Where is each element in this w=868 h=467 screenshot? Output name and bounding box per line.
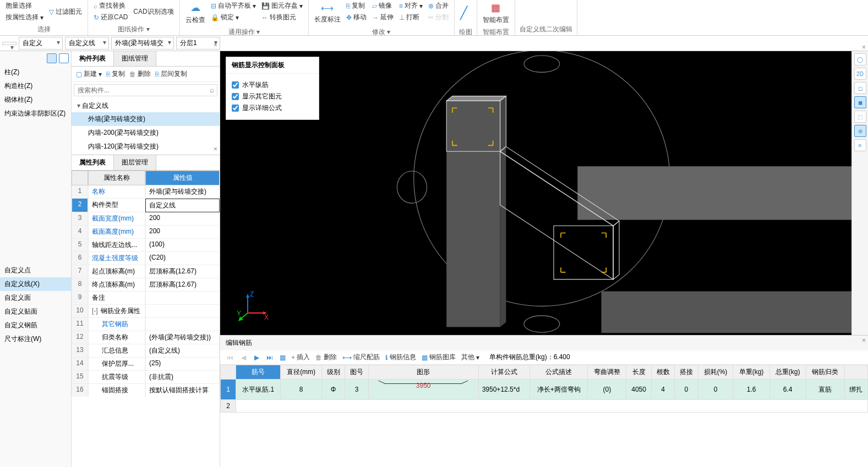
copy-btn[interactable]: ⎘复制 [344, 0, 369, 12]
prop-row-16[interactable]: 16锚固搭接按默认锚固搭接计算 [72, 384, 220, 397]
rebar-editor-close-icon[interactable]: × [862, 337, 866, 344]
tool-orbit[interactable]: ◯ [854, 53, 866, 65]
tool-box-hollow[interactable]: ◻ [854, 82, 866, 94]
find-replace-btn[interactable]: ⌕查找替换 [91, 0, 130, 12]
prop-row-2[interactable]: 2构件类型自定义线 [72, 199, 220, 212]
prop-row-1[interactable]: 1名称外墙(梁与砖墙交接) [72, 185, 220, 199]
copy-component-btn[interactable]: ⎘复制 [106, 69, 125, 79]
check-show-formula[interactable]: 显示详细公式 [232, 103, 313, 113]
nav-custom-line[interactable]: 自定义线(X) [0, 277, 71, 291]
prop-row-15[interactable]: 15抗震等级(非抗震) [72, 371, 220, 384]
prop-row-6[interactable]: 6混凝土强度等级(C20) [72, 252, 220, 265]
view-list-icon[interactable] [47, 53, 57, 63]
batch-select-btn[interactable]: 胞量选择 [3, 0, 46, 12]
prop-row-14[interactable]: 14保护层厚...(25) [72, 358, 220, 371]
tool-box-solid[interactable]: ◼ [854, 96, 866, 108]
tab-properties[interactable]: 属性列表 [72, 155, 114, 170]
prop-row-7[interactable]: 7起点顶标高(m)层顶标高(12.67) [72, 265, 220, 278]
dd-1[interactable] [2, 42, 17, 45]
filter-elements-btn[interactable]: ▽过滤图元 [47, 0, 84, 24]
convert-element-btn[interactable]: ↔转换图元 [259, 12, 305, 23]
draw-line-btn[interactable]: ╱ [458, 0, 470, 26]
prop-row-12[interactable]: 12归类名称(外墙(梁与砖墙交接)) [72, 331, 220, 344]
split-btn[interactable]: ✂分割 [426, 12, 451, 23]
dd-2[interactable]: 自定义 [19, 37, 63, 50]
smart-layout-btn[interactable]: ▦智能布置 [481, 0, 511, 26]
nav-column[interactable]: 柱(Z) [0, 65, 71, 79]
lock-btn[interactable]: 🔒锁定 ▾ [209, 12, 258, 23]
nav-last-icon[interactable]: ⏭ [265, 353, 274, 362]
prop-row-4[interactable]: 4截面高度(mm)200 [72, 226, 220, 239]
restore-cad-btn[interactable]: ↻还原CAD [91, 12, 130, 23]
tool-select-rect[interactable]: ⬚ [854, 111, 866, 123]
rebar-shape-btn[interactable]: ▦ [280, 354, 286, 361]
rebar-info-btn[interactable]: ℹ钢筋信息 [385, 353, 416, 362]
check-show-others[interactable]: 显示其它图元 [232, 92, 313, 101]
prop-row-10[interactable]: 10[-] 钢筋业务属性 [72, 305, 220, 318]
col-count[interactable]: 根数 [651, 365, 674, 380]
prop-row-13[interactable]: 13汇总信息(自定义线) [72, 344, 220, 358]
select-by-attr-btn[interactable]: 按属性选择 ▾ [3, 12, 46, 23]
tab-layer-mgmt[interactable]: 图层管理 [114, 155, 156, 170]
insert-btn[interactable]: +插入 [291, 353, 310, 362]
prop-row-9[interactable]: 9备注 [72, 292, 220, 305]
new-component-btn[interactable]: ▢新建 ▾ [76, 69, 102, 79]
3d-viewport[interactable]: 钢筋显示控制面板 水平纵筋 显示其它图元 显示详细公式 [220, 51, 851, 335]
viewport-close-icon[interactable]: × [862, 43, 866, 51]
nav-custom-face[interactable]: 自定义面 [0, 291, 71, 305]
rebar-library-btn[interactable]: ▦钢筋图库 [422, 353, 456, 362]
tree-item-inner-200[interactable]: 内墙-200(梁与砖墙交接) [72, 126, 220, 140]
col-shape[interactable]: 图形 [368, 365, 478, 380]
tool-list[interactable]: ≡ [854, 139, 866, 151]
tree-item-outer-wall[interactable]: 外墙(梁与砖墙交接) [72, 112, 220, 126]
nav-first-icon[interactable]: ⏮ [226, 353, 234, 362]
other-btn[interactable]: 其他 ▾ [461, 353, 479, 362]
cad-options-btn[interactable]: CAD识别选项 [131, 0, 176, 24]
col-lap[interactable]: 搭接 [675, 365, 698, 380]
move-btn[interactable]: ✥移动 [344, 12, 369, 23]
auto-level-btn[interactable]: ⊟自动平齐板 ▾ [209, 0, 258, 12]
view-grid-icon[interactable] [59, 53, 69, 63]
rebar-row-1[interactable]: 1 水平纵筋.1 8 Φ 3 3950 3950+12.5*d 净长+两倍弯钩 … [221, 380, 868, 400]
break-btn[interactable]: ⊥打断 [397, 12, 425, 23]
col-drawing[interactable]: 图号 [345, 365, 368, 380]
prop-row-11[interactable]: 11其它钢筋 [72, 318, 220, 331]
save-element-btn[interactable]: 💾图元存盘 ▾ [259, 0, 305, 12]
prop-row-5[interactable]: 5轴线距左边线...(100) [72, 239, 220, 252]
dd-4[interactable]: 外墙(梁与砖墙交 [111, 37, 174, 50]
property-close-icon[interactable]: × [214, 145, 217, 153]
tree-root[interactable]: 自定义线 [72, 100, 220, 112]
delete-component-btn[interactable]: 🗑删除 [129, 69, 151, 79]
mirror-btn[interactable]: ▱镜像 [370, 0, 396, 12]
tool-2d[interactable]: 2D [854, 68, 866, 80]
col-rebar-num[interactable]: 筋号 [236, 365, 281, 380]
check-horizontal-rebar[interactable]: 水平纵筋 [232, 80, 313, 90]
rebar-row-2[interactable]: 2 [221, 400, 868, 413]
col-length[interactable]: 长度 [626, 365, 652, 380]
merge-btn[interactable]: ⊕合并 [426, 0, 451, 12]
delete-rebar-btn[interactable]: 🗑删除 [315, 353, 337, 362]
nav-masonry-column[interactable]: 砌体柱(Z) [0, 93, 71, 107]
col-category[interactable]: 钢筋归类 [806, 365, 844, 380]
search-input[interactable] [74, 84, 217, 96]
col-loss[interactable]: 损耗(%) [698, 365, 733, 380]
tab-component-list[interactable]: 构件列表 [72, 51, 114, 66]
nav-dimension[interactable]: 尺寸标注(W) [0, 332, 71, 346]
col-total-weight[interactable]: 总重(kg) [769, 365, 806, 380]
col-unit-weight[interactable]: 单重(kg) [733, 365, 769, 380]
tool-target[interactable]: ⊕ [854, 125, 866, 137]
align-btn[interactable]: ≡对齐 ▾ [397, 0, 425, 12]
cloud-check-btn[interactable]: ☁云检查 [183, 0, 208, 26]
dup-floor-btn[interactable]: ⎘层间复制 [155, 69, 187, 79]
nav-struct-column[interactable]: 构造柱(Z) [0, 79, 71, 93]
col-formula[interactable]: 计算公式 [478, 365, 529, 380]
nav-custom-veneer[interactable]: 自定义贴面 [0, 305, 71, 318]
tree-item-inner-120[interactable]: 内墙-120(梁与砖墙交接) [72, 140, 220, 153]
nav-prev-icon[interactable]: ◀ [239, 353, 248, 362]
tab-drawing-mgmt[interactable]: 图纸管理 [114, 51, 156, 66]
dd-3[interactable]: 自定义线 [65, 37, 109, 50]
scale-rebar-btn[interactable]: ⟷缩尺配筋 [342, 353, 380, 362]
col-bend[interactable]: 弯曲调整 [588, 365, 626, 380]
prop-row-8[interactable]: 8终点顶标高(m)层顶标高(12.67) [72, 278, 220, 292]
col-diameter[interactable]: 直径(mm) [281, 365, 321, 380]
